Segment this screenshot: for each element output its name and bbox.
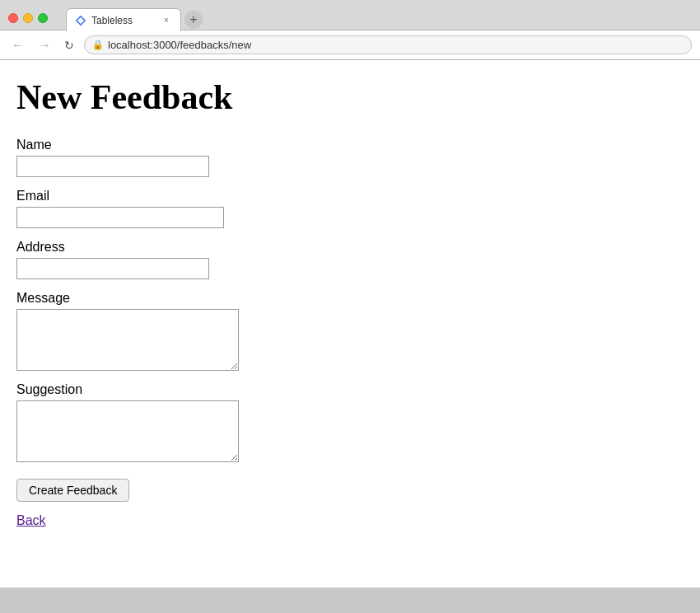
suggestion-field-group: Suggestion: [16, 382, 684, 462]
name-input[interactable]: [16, 156, 209, 177]
create-feedback-button[interactable]: Create Feedback: [16, 479, 129, 502]
refresh-button[interactable]: ↻: [61, 37, 77, 54]
active-tab[interactable]: Tableless ×: [66, 8, 181, 31]
message-textarea[interactable]: [16, 309, 239, 371]
page-title: New Feedback: [16, 77, 684, 118]
tab-bar: Tableless × +: [58, 5, 211, 31]
close-button[interactable]: [8, 13, 18, 23]
minimize-button[interactable]: [23, 13, 33, 23]
back-link[interactable]: Back: [16, 513, 684, 528]
suggestion-textarea[interactable]: [16, 400, 239, 462]
tab-favicon-icon: [75, 15, 86, 26]
address-wrapper: 🔒: [84, 35, 692, 54]
name-label: Name: [16, 138, 684, 152]
suggestion-label: Suggestion: [16, 382, 684, 397]
message-label: Message: [16, 291, 684, 306]
address-label: Address: [16, 240, 684, 255]
back-nav-button[interactable]: ←: [8, 37, 28, 54]
address-input[interactable]: [84, 35, 692, 54]
address-input[interactable]: [16, 258, 209, 279]
email-field-group: Email: [16, 189, 684, 228]
email-label: Email: [16, 189, 684, 204]
window-controls: [8, 13, 48, 23]
maximize-button[interactable]: [38, 13, 48, 23]
address-field-group: Address: [16, 240, 684, 279]
feedback-form: Name Email Address Message Suggestion Cr…: [16, 138, 684, 510]
tab-label: Tableless: [91, 15, 156, 26]
name-field-group: Name: [16, 138, 684, 177]
page-content: New Feedback Name Email Address Message …: [0, 60, 700, 587]
title-bar: Tableless × +: [0, 0, 700, 30]
address-bar-row: ← → ↻ 🔒: [0, 30, 700, 59]
email-input[interactable]: [16, 207, 224, 228]
forward-nav-button[interactable]: →: [35, 37, 54, 54]
browser-chrome: Tableless × + ← → ↻ 🔒: [0, 0, 700, 60]
tab-close-icon[interactable]: ×: [161, 15, 172, 26]
new-tab-button[interactable]: +: [184, 11, 203, 29]
lock-icon: 🔒: [92, 40, 104, 50]
message-field-group: Message: [16, 291, 684, 371]
